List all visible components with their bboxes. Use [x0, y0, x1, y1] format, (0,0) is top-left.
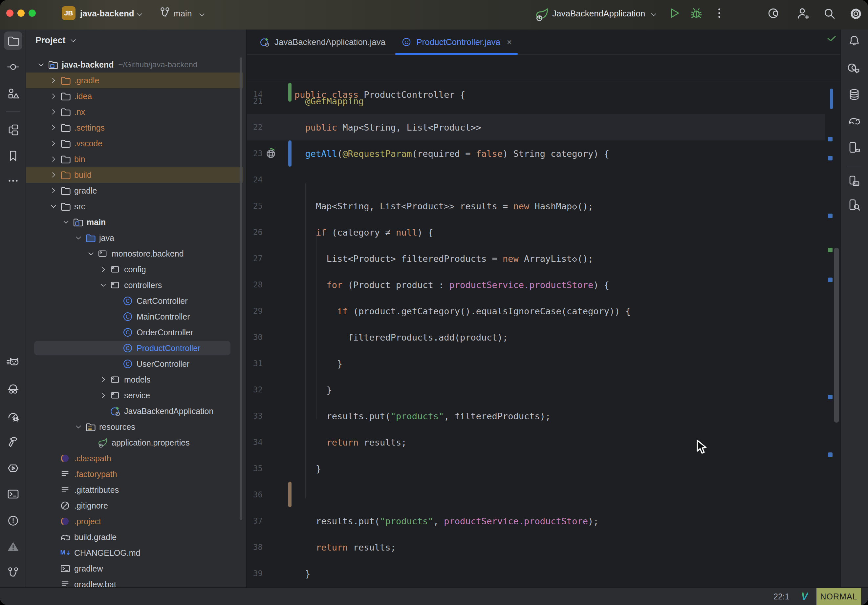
stripe-change-mark[interactable]	[828, 452, 832, 457]
stripe-change-mark[interactable]	[828, 278, 832, 282]
tree-row--nx[interactable]: .nx	[26, 104, 243, 120]
inspections-ok-icon[interactable]	[826, 34, 837, 45]
tree-row--gradle[interactable]: .gradle	[26, 73, 243, 88]
code-line-34[interactable]: 34return results;	[247, 429, 825, 455]
code-line-36[interactable]: 36	[247, 482, 825, 508]
incognito-tool-tool-button[interactable]	[4, 380, 22, 398]
tree-row--gitattributes[interactable]: .gitattributes	[26, 482, 243, 498]
database-tool-button[interactable]	[845, 85, 863, 104]
gradle-tool-button[interactable]	[845, 111, 863, 130]
tree-row-changelog-md[interactable]: MCHANGELOG.md	[26, 545, 243, 561]
code-line-32[interactable]: 32}	[247, 377, 825, 403]
code-line-25[interactable]: 25Map<String, List<Product>> results = n…	[247, 193, 825, 219]
tree-row-build-gradle[interactable]: build.gradle	[26, 529, 243, 545]
running-devices-tool-button[interactable]	[845, 138, 863, 156]
line-number[interactable]: 22	[247, 123, 263, 132]
editor-scrollbar[interactable]	[834, 248, 839, 422]
tree-row-resources[interactable]: resources	[26, 419, 243, 435]
branch-name[interactable]: main	[174, 9, 192, 19]
line-number[interactable]: 28	[247, 280, 263, 289]
tree-row-application-properties[interactable]: application.properties	[26, 435, 243, 450]
bookmarks-tool-button[interactable]	[4, 147, 22, 165]
tree-row--settings[interactable]: .settings	[26, 120, 243, 136]
stripe-change-mark[interactable]	[828, 395, 832, 399]
code-line-33[interactable]: 33results.put("products", filteredProduc…	[247, 403, 825, 429]
tab-close-button[interactable]: ×	[507, 37, 512, 47]
tree-row-java-backend[interactable]: java-backend~/Github/java-backend	[26, 57, 243, 73]
code-line-35[interactable]: 35}	[247, 455, 825, 482]
vim-mode-badge[interactable]: NORMAL	[817, 588, 861, 605]
commit-tool-button[interactable]	[4, 58, 22, 76]
line-number[interactable]: 29	[247, 306, 263, 316]
code-line-31[interactable]: 31}	[247, 350, 825, 377]
minimize-window-button[interactable]	[17, 9, 25, 17]
line-number[interactable]: 35	[247, 464, 263, 473]
tree-row-javabackendapplication[interactable]: JavaBackendApplication	[26, 403, 243, 419]
endpoint-gutter-icon[interactable]	[265, 147, 277, 160]
tree-row-gradlew[interactable]: gradlew	[26, 561, 243, 576]
gutter-change-marker-modified[interactable]	[288, 141, 291, 167]
ai-assistant-tool-button[interactable]	[845, 59, 863, 77]
line-number[interactable]: 25	[247, 201, 263, 210]
version-control-tool-button[interactable]	[4, 563, 22, 582]
cat-tool-tool-button[interactable]	[4, 354, 22, 373]
tree-row-monostore-backend[interactable]: monostore.backend	[26, 246, 243, 261]
line-number[interactable]: 37	[247, 517, 263, 526]
code-line-24[interactable]: 24	[247, 167, 825, 193]
tree-row-ordercontroller[interactable]: COrderController	[26, 325, 243, 340]
tree-row-gradle[interactable]: gradle	[26, 183, 243, 198]
tab-javabackendapplication-java[interactable]: JavaBackendApplication.java	[251, 29, 393, 54]
tree-row--project[interactable]: .project	[26, 514, 243, 529]
line-number[interactable]: 23	[247, 149, 263, 158]
tree-row--idea[interactable]: .idea	[26, 88, 243, 104]
stripe-change-mark[interactable]	[828, 214, 832, 218]
device-mirror-tool-button[interactable]	[845, 172, 863, 190]
code-line-22[interactable]: 22public Map<String, List<Product>>	[247, 114, 825, 141]
code-line-21[interactable]: 21@GetMapping	[247, 88, 825, 114]
line-number[interactable]: 38	[247, 543, 263, 552]
tab-productcontroller-java[interactable]: CProductController.java×	[393, 29, 520, 54]
tree-row-config[interactable]: config	[26, 261, 243, 277]
line-number[interactable]: 33	[247, 412, 263, 421]
structure-tool-button[interactable]	[4, 85, 22, 103]
line-number[interactable]: 26	[247, 228, 263, 237]
tree-row-maincontroller[interactable]: CMainController	[26, 309, 243, 325]
build-tool-window-tool-button[interactable]	[4, 121, 22, 139]
line-number[interactable]: 27	[247, 254, 263, 263]
code-line-27[interactable]: 27List<Product> filteredProducts = new A…	[247, 245, 825, 272]
line-number[interactable]: 31	[247, 359, 263, 368]
tree-row-java[interactable]: java	[26, 230, 243, 246]
code-line-37[interactable]: 37results.put("products", productService…	[247, 508, 825, 534]
tree-row-controllers[interactable]: controllers	[26, 277, 243, 293]
close-window-button[interactable]	[6, 9, 14, 17]
line-number[interactable]: 34	[247, 438, 263, 447]
tree-row-build[interactable]: build	[26, 167, 243, 183]
tree-row-gradlew-bat[interactable]: gradlew.bat	[26, 576, 243, 587]
search-everywhere-button[interactable]	[822, 6, 837, 21]
tree-row-productcontroller[interactable]: CProductController	[26, 340, 243, 356]
line-number[interactable]: 21	[247, 96, 263, 106]
tree-row-bin[interactable]: bin	[26, 151, 243, 167]
code-line-28[interactable]: 28for (Product product : productService.…	[247, 272, 825, 298]
stripe-change-mark[interactable]	[828, 156, 832, 161]
debug-button[interactable]	[690, 6, 703, 20]
build-tool-button[interactable]	[4, 433, 22, 451]
project-tree-scrollbar[interactable]	[240, 57, 242, 520]
tree-row-models[interactable]: models	[26, 372, 243, 387]
code-line-30[interactable]: 30filteredProducts.add(product);	[247, 324, 825, 350]
code-line-29[interactable]: 29if (product.getCategory().equalsIgnore…	[247, 298, 825, 324]
more-actions-button[interactable]	[712, 6, 726, 20]
notifications-tool-button[interactable]	[845, 31, 863, 50]
gutter-change-marker-tan[interactable]	[288, 482, 291, 507]
project-name[interactable]: java-backend	[80, 9, 134, 19]
tree-row--vscode[interactable]: .vscode	[26, 136, 243, 151]
stripe-change-mark[interactable]	[828, 248, 832, 252]
code-line-38[interactable]: 38return results;	[247, 534, 825, 560]
line-number[interactable]: 32	[247, 385, 263, 395]
problems-tool-button[interactable]	[4, 512, 22, 530]
ai-assistant-button[interactable]	[768, 6, 783, 21]
more-tool-windows-tool-button[interactable]	[4, 172, 22, 190]
warnings-tool-button[interactable]	[4, 537, 22, 556]
line-number[interactable]: 36	[247, 490, 263, 499]
services-tool-button[interactable]	[4, 459, 22, 477]
